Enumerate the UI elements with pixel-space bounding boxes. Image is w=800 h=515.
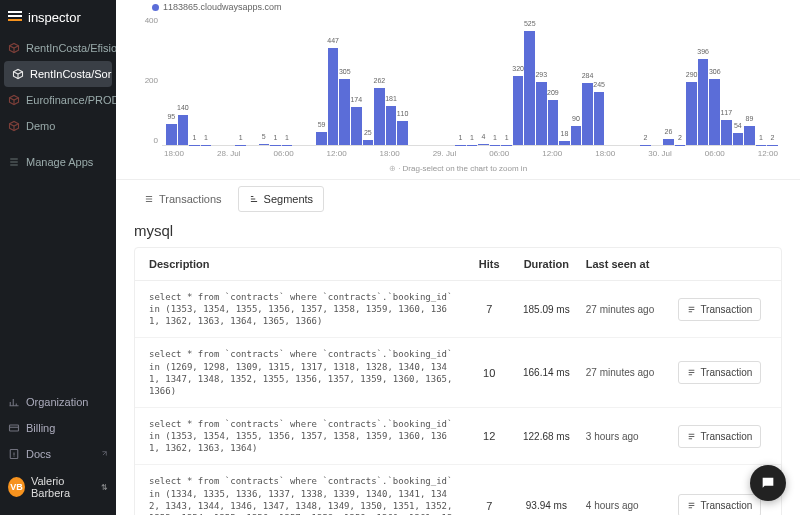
chat-button[interactable] — [750, 465, 786, 501]
app-icon — [12, 68, 24, 80]
sidebar-item-label: Docs — [26, 448, 51, 460]
sidebar-item-app-3[interactable]: Demo — [0, 113, 116, 139]
x-tick: 06:00 — [274, 149, 294, 158]
cell-description: select * from `contracts` where `contrac… — [149, 348, 466, 397]
tab-transactions[interactable]: Transactions — [134, 186, 232, 212]
cell-hits: 7 — [466, 500, 513, 512]
x-tick: 30. Jul — [648, 149, 672, 158]
sidebar-item-label: RentInCosta/Sorr... — [30, 68, 112, 80]
bar[interactable]: 25 — [363, 140, 374, 145]
sidebar-item-docs[interactable]: Docs — [0, 441, 116, 467]
logo[interactable]: inspector — [0, 0, 116, 35]
logo-icon — [8, 11, 22, 25]
bar[interactable]: 284 — [582, 83, 593, 145]
transaction-button[interactable]: Transaction — [678, 298, 761, 321]
bar[interactable]: 26 — [663, 139, 674, 145]
list-icon — [687, 432, 696, 441]
cell-last-seen: 4 hours ago — [580, 500, 679, 511]
bar[interactable]: 95 — [166, 124, 177, 145]
bar-label: 2 — [771, 134, 775, 141]
transaction-button[interactable]: Transaction — [678, 425, 761, 448]
sidebar-item-app-0[interactable]: RentInCosta/Efisio — [0, 35, 116, 61]
bar[interactable]: 89 — [744, 126, 755, 145]
cell-hits: 12 — [466, 430, 513, 442]
bar-chart[interactable]: 400 200 0 951401115115944730517425262181… — [162, 16, 778, 146]
list-icon — [687, 501, 696, 510]
bar-label: 18 — [561, 130, 569, 137]
bars: 9514011151159447305174252621811101141132… — [166, 15, 778, 145]
x-tick: 28. Jul — [217, 149, 241, 158]
transactions-icon — [144, 194, 154, 204]
tab-segments[interactable]: Segments — [238, 186, 325, 212]
bar[interactable]: 447 — [328, 48, 339, 145]
bar-label: 447 — [327, 37, 339, 44]
bar[interactable]: 293 — [536, 82, 547, 145]
transaction-button-label: Transaction — [700, 500, 752, 511]
bar[interactable]: 320 — [513, 76, 524, 145]
chart-legend[interactable]: 1183865.cloudwaysapps.com — [134, 0, 782, 16]
bar-label: 1 — [470, 134, 474, 141]
bar-label: 174 — [350, 96, 362, 103]
x-tick: 18:00 — [595, 149, 615, 158]
cell-description: select * from `contracts` where `contrac… — [149, 291, 466, 327]
bar-label: 525 — [524, 20, 536, 27]
bar[interactable]: 245 — [594, 92, 605, 145]
bar-label: 90 — [572, 115, 580, 122]
bar[interactable]: 54 — [733, 133, 744, 145]
bar[interactable]: 305 — [339, 79, 350, 145]
cell-hits: 10 — [466, 367, 513, 379]
transaction-button-label: Transaction — [700, 304, 752, 315]
tab-label: Transactions — [159, 193, 222, 205]
bar[interactable]: 90 — [571, 126, 582, 146]
app-icon — [8, 42, 20, 54]
cell-last-seen: 27 minutes ago — [580, 304, 679, 315]
x-tick: 18:00 — [164, 149, 184, 158]
bar[interactable]: 262 — [374, 88, 385, 145]
updown-icon: ⇅ — [101, 483, 108, 492]
sidebar-item-billing[interactable]: Billing — [0, 415, 116, 441]
x-tick: 12:00 — [758, 149, 778, 158]
bar-label: 26 — [665, 128, 673, 135]
transaction-button-label: Transaction — [700, 431, 752, 442]
bar[interactable]: 290 — [686, 82, 697, 145]
bar[interactable]: 525 — [524, 31, 535, 145]
bar-label: 262 — [374, 77, 386, 84]
bar-label: 1 — [239, 134, 243, 141]
bar[interactable]: 18 — [559, 141, 570, 145]
transaction-button[interactable]: Transaction — [678, 361, 761, 384]
main: 1183865.cloudwaysapps.com 400 200 0 9514… — [116, 0, 800, 515]
bar[interactable]: 117 — [721, 120, 732, 145]
bar[interactable]: 209 — [548, 100, 559, 145]
bar[interactable]: 5 — [259, 144, 270, 145]
bar[interactable]: 181 — [386, 106, 397, 145]
bar-label: 209 — [547, 89, 559, 96]
user-menu[interactable]: VB Valerio Barbera ⇅ — [0, 467, 116, 507]
tabs: Transactions Segments — [116, 179, 800, 218]
brand-name: inspector — [28, 10, 81, 25]
bar-label: 396 — [697, 48, 709, 55]
bar-label: 320 — [512, 65, 524, 72]
sidebar-item-app-2[interactable]: Eurofinance/PROD — [0, 87, 116, 113]
external-link-icon — [99, 450, 108, 459]
bar[interactable]: 110 — [397, 121, 408, 145]
bar[interactable]: 174 — [351, 107, 362, 145]
transaction-button[interactable]: Transaction — [678, 494, 761, 515]
sidebar-item-label: Billing — [26, 422, 55, 434]
chart-panel: 1183865.cloudwaysapps.com 400 200 0 9514… — [116, 0, 800, 179]
col-last-seen: Last seen at — [580, 258, 679, 270]
bar[interactable]: 306 — [709, 79, 720, 145]
bar-label: 290 — [686, 71, 698, 78]
bar[interactable]: 4 — [478, 144, 489, 145]
sidebar-item-app-1[interactable]: RentInCosta/Sorr... — [4, 61, 112, 87]
bar[interactable]: 396 — [698, 59, 709, 145]
bar-label: 59 — [318, 121, 326, 128]
bar-label: 1 — [204, 134, 208, 141]
sidebar-item-label: Eurofinance/PROD — [26, 94, 116, 106]
sidebar-item-organization[interactable]: Organization — [0, 389, 116, 415]
list-icon — [687, 305, 696, 314]
bar[interactable]: 59 — [316, 132, 327, 145]
sidebar-item-manage-apps[interactable]: Manage Apps — [0, 149, 116, 175]
cell-hits: 7 — [466, 303, 513, 315]
bar[interactable]: 140 — [178, 115, 189, 145]
x-tick: 06:00 — [705, 149, 725, 158]
